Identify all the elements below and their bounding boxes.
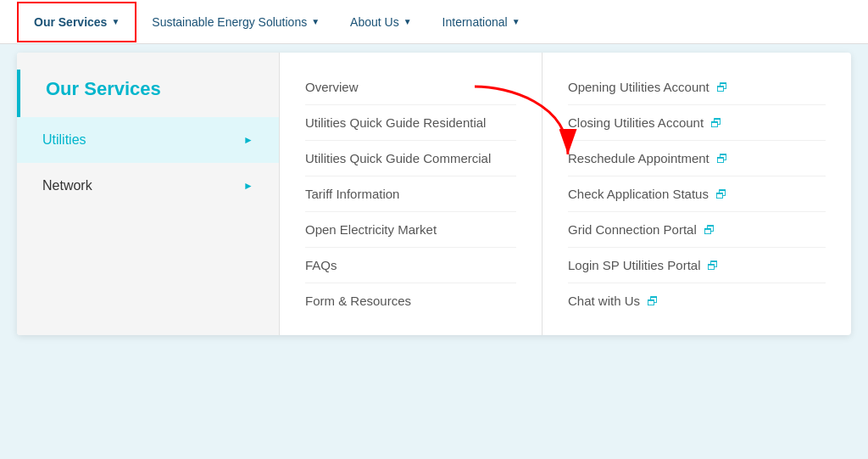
right-column: Opening Utilities Account 🗗 Closing Util… (542, 53, 851, 335)
link-quick-guide-residential[interactable]: Utilities Quick Guide Residential (305, 105, 516, 141)
chevron-right-icon: ► (243, 180, 253, 192)
link-reschedule-appointment[interactable]: Reschedule Appointment 🗗 (568, 141, 826, 176)
link-login-sp-utilities-portal[interactable]: Login SP Utilities Portal 🗗 (568, 248, 826, 283)
nav-label: International (442, 15, 508, 29)
link-closing-utilities-account[interactable]: Closing Utilities Account 🗗 (568, 105, 826, 141)
nav-label: Sustainable Energy Solutions (152, 15, 307, 29)
link-faqs[interactable]: FAQs (305, 248, 516, 283)
link-label: Check Application Status (568, 187, 709, 201)
navbar: Our Services ▼ Sustainable Energy Soluti… (0, 0, 868, 44)
external-link-icon: 🗗 (704, 223, 715, 237)
sidebar-item-label: Network (42, 178, 92, 193)
chevron-down-icon: ▼ (111, 17, 120, 26)
chevron-down-icon: ▼ (403, 17, 412, 26)
chevron-down-icon: ▼ (512, 17, 520, 26)
link-label: Opening Utilities Account (568, 80, 709, 94)
external-link-icon: 🗗 (716, 152, 728, 165)
link-label: Chat with Us (568, 294, 640, 308)
chevron-down-icon: ▼ (311, 17, 320, 26)
chevron-right-icon: ► (243, 134, 253, 146)
external-link-icon: 🗗 (710, 116, 722, 130)
link-quick-guide-commercial[interactable]: Utilities Quick Guide Commercial (305, 141, 516, 176)
external-link-icon: 🗗 (715, 188, 727, 201)
nav-about-us[interactable]: About Us ▼ (335, 3, 427, 41)
link-opening-utilities-account[interactable]: Opening Utilities Account 🗗 (568, 70, 826, 105)
external-link-icon: 🗗 (707, 259, 719, 272)
link-overview[interactable]: Overview (305, 70, 516, 105)
link-label: Grid Connection Portal (568, 222, 697, 237)
sidebar-title: Our Services (17, 70, 279, 117)
link-label: Login SP Utilities Portal (568, 258, 700, 272)
sidebar-item-utilities[interactable]: Utilities ► (17, 117, 279, 163)
sidebar-item-label: Utilities (42, 132, 86, 148)
external-link-icon: 🗗 (716, 81, 728, 94)
sidebar: Our Services Utilities ► Network ► (17, 53, 280, 335)
external-link-icon: 🗗 (647, 294, 659, 308)
link-chat-with-us[interactable]: Chat with Us 🗗 (568, 283, 826, 318)
dropdown-panel: Our Services Utilities ► Network ► Overv… (17, 53, 851, 335)
nav-label: About Us (350, 15, 399, 29)
nav-label: Our Services (34, 15, 107, 29)
middle-column: Overview Utilities Quick Guide Residenti… (280, 53, 542, 335)
link-label: Closing Utilities Account (568, 115, 704, 130)
link-label: Reschedule Appointment (568, 151, 709, 165)
nav-sustainable-energy[interactable]: Sustainable Energy Solutions ▼ (136, 3, 335, 41)
sidebar-item-network[interactable]: Network ► (17, 163, 279, 209)
link-open-electricity-market[interactable]: Open Electricity Market (305, 212, 516, 248)
nav-international[interactable]: International ▼ (427, 3, 536, 41)
link-grid-connection-portal[interactable]: Grid Connection Portal 🗗 (568, 212, 826, 248)
nav-our-services[interactable]: Our Services ▼ (17, 2, 136, 42)
link-check-application-status[interactable]: Check Application Status 🗗 (568, 176, 826, 212)
link-form-resources[interactable]: Form & Resources (305, 283, 516, 318)
link-tariff-information[interactable]: Tariff Information (305, 176, 516, 212)
